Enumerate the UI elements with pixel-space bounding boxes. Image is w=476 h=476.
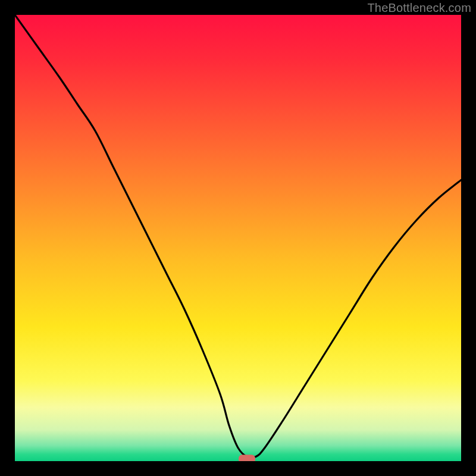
attribution-text: TheBottleneck.com (367, 1, 471, 15)
chart-outer-frame: TheBottleneck.com (0, 0, 476, 476)
plot-area (15, 15, 461, 461)
optimal-point-marker (239, 455, 255, 461)
gradient-background (15, 15, 461, 461)
bottleneck-chart-svg (15, 15, 461, 461)
